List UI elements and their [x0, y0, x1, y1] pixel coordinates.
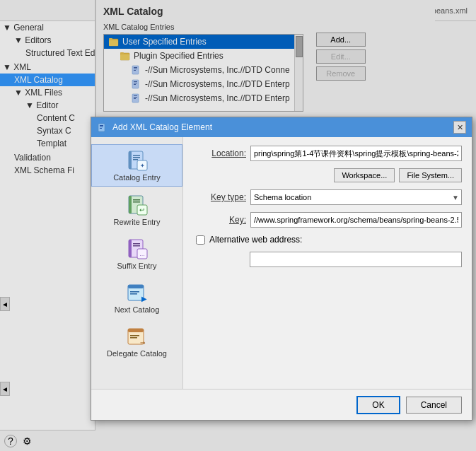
next-catalog-icon: ▶	[126, 281, 149, 304]
svg-rect-23	[129, 151, 132, 169]
key-type-select[interactable]: Schema locationPublic IDNamespace nameSy…	[250, 189, 462, 205]
location-label: Location:	[193, 148, 246, 158]
svg-rect-48	[130, 335, 139, 336]
svg-rect-44	[130, 293, 137, 295]
key-row: Key:	[193, 212, 462, 228]
svg-rect-30	[129, 196, 132, 213]
delegate-catalog-label: Delegate Catalog	[107, 349, 167, 358]
svg-rect-32	[133, 201, 140, 203]
suffix-entry-label: Suffix Entry	[117, 262, 156, 270]
dialog-form: Location: Workspace... File System... Ke…	[183, 137, 472, 389]
svg-rect-42	[128, 285, 144, 288]
alt-web-label: Alternative web address:	[209, 235, 302, 245]
dialog-footer: OK Cancel	[91, 389, 472, 420]
dialog-title-icon	[97, 122, 108, 133]
dialog-sidebar: ✦ Catalog Entry ↩ Rewrite	[91, 137, 183, 389]
cancel-button[interactable]: Cancel	[406, 397, 462, 414]
svg-rect-21	[100, 128, 102, 129]
svg-rect-18	[98, 124, 105, 131]
dialog-titlebar: Add XML Catalog Element ✕	[91, 117, 472, 137]
rewrite-entry-label: Rewrite Entry	[113, 218, 160, 226]
svg-rect-26	[133, 159, 138, 160]
key-type-select-wrapper: Schema locationPublic IDNamespace nameSy…	[250, 189, 462, 205]
workspace-buttons-row: Workspace... File System...	[193, 168, 462, 182]
sidebar-rewrite-entry[interactable]: ↩ Rewrite Entry	[91, 189, 182, 230]
svg-rect-47	[128, 329, 144, 332]
delegate-catalog-icon: ⇒	[126, 325, 149, 348]
dialog-body: ✦ Catalog Entry ↩ Rewrite	[91, 137, 472, 389]
sidebar-next-catalog[interactable]: ▶ Next Catalog	[91, 277, 182, 318]
location-row: Location:	[193, 146, 462, 161]
sidebar-delegate-catalog[interactable]: ⇒ Delegate Catalog	[91, 321, 182, 362]
key-type-row: Key type: Schema locationPublic IDNamesp…	[193, 189, 462, 205]
svg-rect-31	[133, 199, 140, 201]
location-input[interactable]	[250, 146, 462, 161]
alt-web-checkbox[interactable]	[196, 235, 205, 245]
svg-text:…: …	[139, 251, 145, 257]
key-label: Key:	[193, 215, 246, 225]
alt-web-input[interactable]	[250, 252, 462, 267]
svg-text:▶: ▶	[141, 295, 147, 303]
svg-text:✦: ✦	[139, 163, 144, 169]
alt-web-input-container	[193, 252, 462, 267]
svg-rect-37	[133, 243, 140, 245]
suffix-entry-icon: …	[126, 238, 149, 260]
dialog-title-text: Add XML Catalog Element	[112, 122, 212, 132]
ok-button[interactable]: OK	[356, 396, 400, 414]
next-catalog-label: Next Catalog	[115, 305, 160, 314]
file-system-button[interactable]: File System...	[399, 168, 462, 182]
key-input[interactable]	[250, 212, 462, 228]
svg-rect-38	[133, 245, 140, 247]
alt-web-row: Alternative web address:	[193, 235, 462, 245]
svg-rect-43	[130, 291, 139, 293]
catalog-entry-icon: ✦	[126, 149, 149, 172]
sidebar-catalog-entry[interactable]: ✦ Catalog Entry	[91, 144, 182, 187]
dialog-close-button[interactable]: ✕	[453, 121, 466, 134]
key-type-label: Key type:	[193, 192, 246, 202]
sidebar-suffix-entry[interactable]: … Suffix Entry	[91, 233, 182, 274]
svg-rect-49	[130, 337, 137, 339]
svg-rect-36	[129, 240, 132, 257]
catalog-entry-label: Catalog Entry	[113, 173, 161, 182]
svg-text:↩: ↩	[139, 206, 145, 213]
add-xml-catalog-dialog: Add XML Catalog Element ✕	[91, 117, 472, 421]
svg-rect-19	[100, 125, 103, 126]
svg-text:⇒: ⇒	[140, 339, 146, 346]
svg-rect-25	[133, 157, 140, 158]
svg-rect-24	[133, 155, 140, 156]
svg-rect-20	[100, 127, 103, 127]
workspace-button[interactable]: Workspace...	[334, 168, 395, 182]
rewrite-entry-icon: ↩	[126, 194, 149, 216]
